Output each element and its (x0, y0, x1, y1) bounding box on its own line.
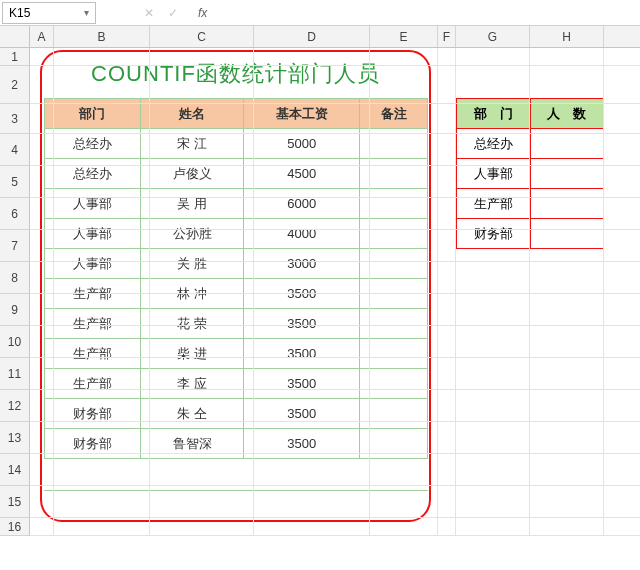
cell-note[interactable] (360, 159, 428, 189)
cell-dept[interactable]: 生产部 (45, 279, 141, 309)
cell-name[interactable]: 鲁智深 (140, 429, 244, 459)
cell-name[interactable]: 吴 用 (140, 189, 244, 219)
column-header[interactable]: G (456, 26, 530, 47)
table-row[interactable]: 生产部 (457, 189, 604, 219)
row-header[interactable]: 8 (0, 262, 30, 294)
cell-note[interactable] (360, 219, 428, 249)
table-row[interactable]: 财务部鲁智深3500 (45, 429, 428, 459)
cell-name[interactable]: 林 冲 (140, 279, 244, 309)
cell-dept[interactable]: 人事部 (457, 159, 531, 189)
cell-salary[interactable]: 3500 (244, 429, 360, 459)
cell-dept[interactable]: 财务部 (45, 429, 141, 459)
select-all-corner[interactable] (0, 26, 30, 47)
cell-salary[interactable]: 3500 (244, 279, 360, 309)
cell-note[interactable] (360, 249, 428, 279)
column-header[interactable]: E (370, 26, 438, 47)
chevron-down-icon[interactable]: ▾ (84, 7, 89, 18)
cell-dept[interactable]: 财务部 (45, 399, 141, 429)
cell-count[interactable] (530, 219, 604, 249)
cell-salary[interactable]: 3500 (244, 369, 360, 399)
cell-note[interactable] (360, 369, 428, 399)
cell-name[interactable]: 卢俊义 (140, 159, 244, 189)
cell-note[interactable] (360, 279, 428, 309)
cell-note[interactable] (360, 189, 428, 219)
cell-dept[interactable]: 生产部 (457, 189, 531, 219)
cell-name[interactable]: 李 应 (140, 369, 244, 399)
col-header-salary[interactable]: 基本工资 (244, 99, 360, 129)
row-header[interactable]: 13 (0, 422, 30, 454)
cell-dept[interactable]: 人事部 (45, 249, 141, 279)
column-header[interactable]: A (30, 26, 54, 47)
cell-note[interactable] (360, 399, 428, 429)
table-row[interactable]: 总经办 (457, 129, 604, 159)
table-row[interactable]: 财务部 (457, 219, 604, 249)
summary-header-dept[interactable]: 部 门 (457, 99, 531, 129)
col-header-dept[interactable]: 部门 (45, 99, 141, 129)
table-row[interactable]: 生产部柴 进3500 (45, 339, 428, 369)
cell-name[interactable]: 朱 仝 (140, 399, 244, 429)
row-header[interactable]: 4 (0, 134, 30, 166)
fx-icon[interactable]: fx (192, 6, 207, 20)
table-row[interactable]: 生产部林 冲3500 (45, 279, 428, 309)
column-header[interactable]: D (254, 26, 370, 47)
table-row[interactable]: 生产部花 荣3500 (45, 309, 428, 339)
cell-salary[interactable]: 3500 (244, 399, 360, 429)
formula-input[interactable] (217, 2, 640, 24)
table-row[interactable]: 生产部李 应3500 (45, 369, 428, 399)
summary-header-count[interactable]: 人 数 (530, 99, 604, 129)
table-row[interactable] (45, 459, 428, 491)
cell-dept[interactable]: 生产部 (45, 369, 141, 399)
cell-count[interactable] (530, 159, 604, 189)
table-row[interactable]: 人事部吴 用6000 (45, 189, 428, 219)
name-box[interactable]: K15 ▾ (2, 2, 96, 24)
row-header[interactable]: 7 (0, 230, 30, 262)
column-header[interactable]: B (54, 26, 150, 47)
row-header[interactable]: 1 (0, 48, 30, 66)
cell-name[interactable]: 柴 进 (140, 339, 244, 369)
row-header[interactable]: 6 (0, 198, 30, 230)
table-row[interactable]: 总经办宋 江5000 (45, 129, 428, 159)
cell-salary[interactable]: 3500 (244, 339, 360, 369)
cell-dept[interactable]: 总经办 (45, 129, 141, 159)
col-header-note[interactable]: 备注 (360, 99, 428, 129)
table-row[interactable]: 总经办卢俊义4500 (45, 159, 428, 189)
table-row[interactable]: 人事部关 胜3000 (45, 249, 428, 279)
cell-salary[interactable]: 3500 (244, 309, 360, 339)
column-header[interactable]: H (530, 26, 604, 47)
cell-empty[interactable] (360, 459, 428, 491)
cell-salary[interactable]: 4000 (244, 219, 360, 249)
cells-area[interactable]: COUNTIF函数统计部门人员 部门 姓名 基本工资 备注 总经办宋 江5000… (30, 48, 640, 536)
cell-name[interactable]: 公孙胜 (140, 219, 244, 249)
row-header[interactable]: 10 (0, 326, 30, 358)
cell-dept[interactable]: 人事部 (45, 189, 141, 219)
cell-name[interactable]: 花 荣 (140, 309, 244, 339)
cell-note[interactable] (360, 309, 428, 339)
cell-empty[interactable] (244, 459, 360, 491)
column-header[interactable]: F (438, 26, 456, 47)
column-header[interactable]: C (150, 26, 254, 47)
row-header[interactable]: 16 (0, 518, 30, 536)
cell-note[interactable] (360, 339, 428, 369)
cell-note[interactable] (360, 429, 428, 459)
cell-dept[interactable]: 总经办 (45, 159, 141, 189)
col-header-name[interactable]: 姓名 (140, 99, 244, 129)
cell-dept[interactable]: 总经办 (457, 129, 531, 159)
table-row[interactable]: 人事部 (457, 159, 604, 189)
row-header[interactable]: 9 (0, 294, 30, 326)
cell-salary[interactable]: 3000 (244, 249, 360, 279)
row-header[interactable]: 5 (0, 166, 30, 198)
cell-name[interactable]: 关 胜 (140, 249, 244, 279)
cell-empty[interactable] (45, 459, 141, 491)
cell-dept[interactable]: 财务部 (457, 219, 531, 249)
table-row[interactable]: 财务部朱 仝3500 (45, 399, 428, 429)
cell-name[interactable]: 宋 江 (140, 129, 244, 159)
table-row[interactable]: 人事部公孙胜4000 (45, 219, 428, 249)
row-header[interactable]: 11 (0, 358, 30, 390)
cell-count[interactable] (530, 189, 604, 219)
cell-empty[interactable] (140, 459, 244, 491)
cell-salary[interactable]: 5000 (244, 129, 360, 159)
cell-salary[interactable]: 6000 (244, 189, 360, 219)
row-header[interactable]: 2 (0, 66, 30, 104)
row-header[interactable]: 15 (0, 486, 30, 518)
cell-dept[interactable]: 生产部 (45, 309, 141, 339)
